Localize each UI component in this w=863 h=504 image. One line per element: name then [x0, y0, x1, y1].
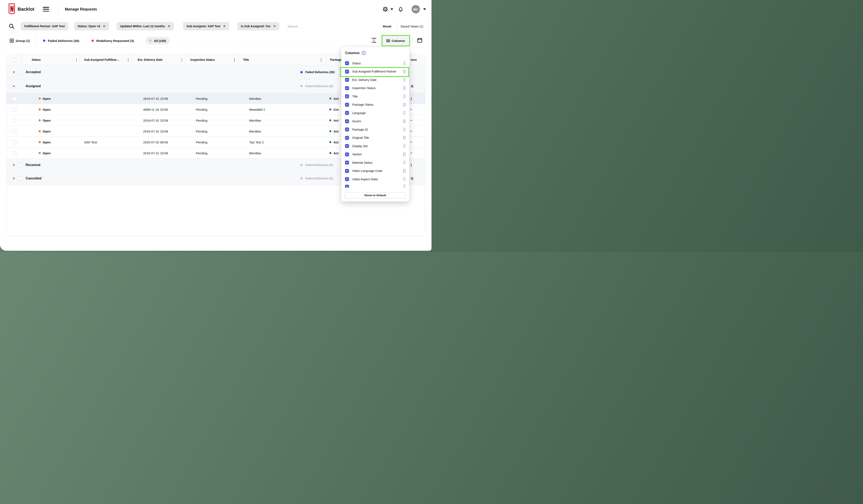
- column-menu-icon[interactable]: ⋮: [75, 58, 78, 62]
- search-input[interactable]: [287, 24, 351, 28]
- column-toggle-package-status[interactable]: Package Status: [341, 101, 409, 109]
- drag-handle-icon[interactable]: [403, 153, 405, 156]
- filter-chip-updated-within[interactable]: Updated Within: Last 12 months ✕: [116, 22, 174, 30]
- filter-chip-sub-assignee[interactable]: Sub Assignee: SAP Test ✕: [183, 22, 229, 30]
- tab-failed-deliveries[interactable]: Failed Deliveries (26): [43, 39, 79, 42]
- calendar-button[interactable]: [417, 37, 423, 44]
- reset-filters-button[interactable]: Reset: [383, 24, 391, 28]
- notifications-button[interactable]: [398, 6, 403, 12]
- checkbox-checked-icon[interactable]: [345, 111, 349, 115]
- drag-handle-icon[interactable]: [403, 161, 405, 164]
- drag-handle-icon[interactable]: [403, 136, 405, 139]
- column-toggle-inspection-status[interactable]: Inspection Status: [341, 84, 409, 92]
- filter-chip-is-sub-assigned[interactable]: Is Sub Assigned: Yes ✕: [237, 22, 279, 30]
- filter-chip-fulfillment-partner[interactable]: Fulfillment Partner: SAP Test: [21, 22, 68, 30]
- drag-handle-icon[interactable]: [403, 62, 405, 65]
- saved-views-button[interactable]: Saved Views (1): [400, 24, 423, 28]
- checkbox-checked-icon[interactable]: [345, 169, 349, 173]
- divider: [36, 36, 36, 46]
- chevron-down-icon: [423, 9, 426, 10]
- row-checkbox[interactable]: [12, 151, 16, 155]
- column-menu-icon[interactable]: ⋮: [233, 58, 236, 62]
- column-toggle-partial[interactable]: [341, 183, 409, 188]
- checkbox-checked-icon[interactable]: [345, 119, 349, 123]
- row-checkbox[interactable]: [12, 140, 16, 144]
- column-toggle-issues[interactable]: Issues: [341, 117, 409, 126]
- close-icon[interactable]: ✕: [168, 24, 171, 28]
- column-menu-icon[interactable]: ⋮: [180, 58, 184, 62]
- checkbox-checked-icon[interactable]: [345, 185, 349, 188]
- checkbox-checked-icon[interactable]: [345, 61, 349, 65]
- search-icon: [9, 23, 15, 29]
- checkbox-checked-icon[interactable]: [345, 86, 349, 90]
- checkbox-checked-icon[interactable]: [345, 78, 349, 82]
- tab-all[interactable]: All (105): [146, 37, 170, 44]
- col-header-status: Status: [32, 58, 41, 62]
- group-checkbox[interactable]: [19, 84, 23, 88]
- drag-handle-icon[interactable]: [403, 103, 405, 106]
- close-icon[interactable]: ✕: [103, 24, 105, 28]
- column-menu-icon[interactable]: ⋮: [319, 58, 323, 62]
- menu-icon[interactable]: [43, 7, 49, 12]
- info-icon[interactable]: i: [362, 51, 366, 55]
- row-checkbox[interactable]: [12, 96, 16, 100]
- drag-handle-icon[interactable]: [403, 86, 405, 90]
- checkbox-checked-icon[interactable]: [345, 94, 349, 98]
- column-menu-icon[interactable]: ⋮: [126, 58, 130, 62]
- drag-handle-icon[interactable]: [403, 119, 405, 123]
- tab-redelivery-requested[interactable]: Redelivery Requested (3): [91, 39, 134, 42]
- group-by-button[interactable]: Group (1): [10, 39, 30, 43]
- row-checkbox[interactable]: [12, 118, 16, 122]
- drag-handle-icon[interactable]: [403, 178, 405, 181]
- filter-chip-status[interactable]: Status: Open +6 ✕: [74, 22, 109, 30]
- group-checkbox[interactable]: [19, 70, 23, 74]
- drag-handle-icon[interactable]: [403, 78, 405, 81]
- chevron-right-icon[interactable]: [12, 70, 15, 74]
- columns-button[interactable]: Columns: [387, 39, 405, 42]
- column-toggle-display-set[interactable]: Display Set: [341, 142, 409, 150]
- drag-handle-icon[interactable]: [403, 95, 405, 98]
- open-status-dot: [39, 98, 41, 100]
- group-checkbox[interactable]: [19, 163, 23, 167]
- checkbox-checked-icon[interactable]: [345, 136, 349, 140]
- column-toggle-variant[interactable]: Variant: [341, 150, 409, 159]
- checkbox-checked-icon[interactable]: [345, 152, 349, 156]
- chevron-right-icon[interactable]: [12, 163, 15, 167]
- group-checkbox[interactable]: [19, 176, 23, 180]
- package-status-dot: [329, 98, 332, 100]
- inspection-cell: Pending: [196, 129, 207, 133]
- close-icon[interactable]: ✕: [273, 24, 276, 28]
- drag-handle-icon[interactable]: [403, 128, 405, 131]
- column-toggle-status[interactable]: Status: [341, 59, 409, 67]
- reset-to-default-button[interactable]: Reset to Default: [345, 192, 406, 198]
- column-toggle-language[interactable]: Language: [341, 109, 409, 117]
- checkbox-checked-icon[interactable]: [345, 144, 349, 148]
- settings-menu[interactable]: [383, 6, 393, 12]
- account-menu-caret[interactable]: [423, 9, 426, 10]
- columns-button-highlight: Columns: [382, 35, 410, 46]
- row-height-icon: [371, 37, 377, 43]
- est-delivery-cell: 2016-07-31 23:59: [143, 96, 168, 100]
- checkbox-checked-icon[interactable]: [345, 177, 349, 181]
- drag-handle-icon[interactable]: [403, 144, 405, 148]
- checkbox-checked-icon[interactable]: [345, 160, 349, 165]
- column-toggle-title[interactable]: Title: [341, 92, 409, 101]
- drag-handle-icon[interactable]: [403, 185, 405, 188]
- chevron-right-icon[interactable]: [12, 177, 15, 180]
- chevron-down-icon[interactable]: [12, 85, 15, 88]
- column-toggle-package-id[interactable]: Package ID: [341, 125, 409, 134]
- checkbox-checked-icon[interactable]: [345, 128, 349, 131]
- checkbox-checked-icon[interactable]: [345, 103, 349, 107]
- drag-handle-icon[interactable]: [403, 111, 405, 115]
- row-checkbox[interactable]: [12, 107, 16, 111]
- avatar[interactable]: MC: [412, 5, 420, 13]
- column-toggle-material-status[interactable]: Material Status: [341, 158, 409, 167]
- row-checkbox[interactable]: [12, 129, 16, 133]
- select-all-checkbox[interactable]: [12, 58, 16, 62]
- close-icon[interactable]: ✕: [223, 24, 226, 28]
- column-toggle-video-language-code[interactable]: Video Language Code: [341, 167, 409, 175]
- row-height-button[interactable]: [371, 37, 377, 44]
- column-toggle-video-aspect-ratio[interactable]: Video Aspect Ratio: [341, 175, 409, 183]
- column-toggle-original-title[interactable]: Original Title: [341, 134, 409, 142]
- drag-handle-icon[interactable]: [403, 169, 405, 172]
